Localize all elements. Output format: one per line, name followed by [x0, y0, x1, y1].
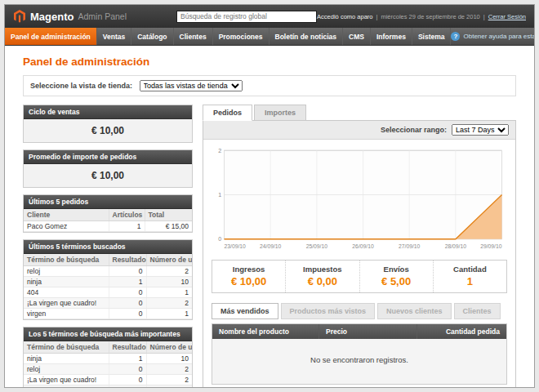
table-body: reloj02ninja11040401¡La virgen que cuadr… — [24, 266, 192, 319]
table-cell: 404 — [24, 385, 109, 389]
chart-area: 01223/09/1024/09/1025/09/1026/09/1027/09… — [203, 140, 515, 252]
table-cell: ¡La virgen que cuadro! — [24, 298, 109, 309]
table-cell: 1 — [146, 385, 192, 389]
tab-new-customers[interactable]: Nuevos clientes — [377, 303, 452, 319]
table-body: Paco Gomez1€ 15,00 — [24, 221, 192, 232]
nav-item-cms[interactable]: CMS — [343, 28, 371, 45]
nav-item-reports[interactable]: Informes — [371, 28, 412, 45]
svg-text:29/09/10: 29/09/10 — [480, 243, 502, 249]
svg-text:27/09/10: 27/09/10 — [399, 243, 421, 249]
column-header[interactable]: Nombre del producto — [212, 324, 318, 339]
column-header[interactable]: Precio — [318, 324, 416, 339]
nav-item-sales[interactable]: Ventas — [97, 28, 131, 45]
tab-amounts[interactable]: Importes — [254, 105, 306, 121]
svg-text:25/09/10: 25/09/10 — [306, 243, 328, 249]
table-row: reloj02 — [24, 364, 192, 375]
help-link[interactable]: Obtener ayuda para esta página — [463, 33, 535, 40]
nav-item-customers[interactable]: Clientes — [174, 28, 213, 45]
global-search-input[interactable] — [176, 11, 317, 23]
stat-tax: Impuestos € 0,00 — [286, 261, 359, 292]
lifetime-sales-widget: Ciclo de ventas € 10,00 — [23, 105, 193, 143]
range-bar: Seleccionar rango: Last 7 Days — [203, 121, 515, 140]
page-title: Panel de administración — [23, 56, 516, 68]
table-cell: Paco Gomez — [24, 221, 109, 232]
table-row: Paco Gomez1€ 15,00 — [24, 221, 192, 232]
sidebar-column: Ciclo de ventas € 10,00 Promedio de impo… — [23, 105, 193, 388]
svg-text:24/09/10: 24/09/10 — [260, 243, 282, 249]
column-header[interactable]: Resultados — [109, 254, 146, 266]
current-date: miércoles 29 de septiembre de 2010 — [381, 13, 479, 20]
separator: | — [376, 13, 377, 20]
stats-row: Ingresos € 10,00 Impuestos € 0,00 Envíos… — [212, 260, 507, 293]
svg-text:1: 1 — [218, 192, 221, 198]
table-cell: 2 — [146, 298, 192, 309]
table-cell: 0 — [109, 266, 146, 277]
table-row: 40401 — [24, 385, 192, 389]
tab-customers[interactable]: Clientes — [454, 303, 501, 319]
tab-orders[interactable]: Pedidos — [203, 105, 252, 121]
logout-link[interactable]: Cerrar Sesión — [488, 13, 526, 20]
table-cell: ninja — [24, 277, 109, 287]
average-orders-widget: Promedio de importe de pedidos € 10,00 — [23, 149, 193, 188]
stat-quantity: Cantidad 1 — [434, 261, 506, 292]
widget-title: Ciclo de ventas — [24, 105, 192, 119]
table-cell: 1 — [146, 287, 192, 298]
top-header: Magento Admin Panel Accedió como aparo |… — [5, 5, 534, 28]
svg-text:28/09/10: 28/09/10 — [445, 243, 467, 249]
table-cell: 10 — [146, 354, 192, 364]
table-cell: 1 — [109, 354, 146, 364]
stat-label: Impuestos — [289, 265, 355, 274]
column-header[interactable]: Total — [145, 209, 192, 221]
column-header[interactable]: Artículos — [109, 209, 145, 221]
table-cell: 0 — [109, 309, 146, 319]
range-label: Seleccionar rango: — [381, 126, 447, 134]
nav-item-newsletter[interactable]: Boletín de noticias — [270, 28, 344, 45]
logo-text: Magento — [30, 11, 74, 23]
table-cell: reloj — [24, 266, 109, 277]
help-icon: ? — [451, 32, 460, 41]
top-search-widget: Los 5 términos de búsqueda más important… — [23, 327, 193, 388]
table-body: ninja110reloj02¡La virgen que cuadro!024… — [24, 354, 192, 389]
nav-item-system[interactable]: Sistema — [412, 28, 452, 45]
magento-logo-icon — [13, 10, 26, 23]
column-header[interactable]: Número de usos — [146, 341, 192, 354]
column-header[interactable]: Término de búsqueda — [24, 254, 109, 266]
nav-list: Panel de administración Ventas Catálogo … — [5, 28, 451, 45]
magento-logo[interactable]: Magento Admin Panel — [13, 10, 176, 23]
table-cell: 0 — [109, 287, 146, 298]
column-header[interactable]: Cantidad pedida — [416, 324, 506, 339]
store-view-select[interactable]: Todas las vistas de tienda — [140, 80, 243, 91]
store-view-label: Seleccione la vista de tienda: — [30, 82, 132, 90]
widget-title: Los 5 términos de búsqueda más important… — [24, 327, 192, 341]
tab-most-viewed[interactable]: Productos más vistos — [281, 303, 376, 319]
table-cell: 404 — [24, 287, 109, 298]
column-header[interactable]: Cliente — [24, 209, 109, 221]
table-header-row: Cliente Artículos Total — [24, 209, 192, 221]
column-header[interactable]: Resultados — [109, 341, 146, 354]
empty-records-message: No se encontraron registros. — [212, 339, 506, 384]
chart-tabs: Pedidos Importes — [203, 105, 516, 120]
nav-item-catalog[interactable]: Catálogo — [131, 28, 173, 45]
table-row: 40401 — [24, 287, 192, 298]
nav-item-promotions[interactable]: Promociones — [213, 28, 270, 45]
range-select[interactable]: Last 7 Days — [452, 124, 509, 136]
table-row: ¡La virgen que cuadro!02 — [24, 375, 192, 385]
stat-label: Cantidad — [437, 265, 503, 274]
tab-bestsellers[interactable]: Más vendidos — [212, 303, 278, 319]
table-row: virgen01 — [24, 309, 192, 319]
stat-label: Ingresos — [216, 265, 282, 274]
stat-label: Envíos — [363, 265, 430, 274]
svg-text:23/09/10: 23/09/10 — [225, 243, 247, 249]
product-tabs: Más vendidos Productos más vistos Nuevos… — [212, 303, 507, 319]
table-cell: 2 — [146, 266, 192, 277]
svg-text:2: 2 — [218, 148, 221, 154]
products-table-header: Nombre del producto Precio Cantidad pedi… — [212, 324, 506, 339]
table-cell: 0 — [109, 385, 146, 389]
column-header[interactable]: Término de búsqueda — [24, 341, 109, 354]
table-header-row: Término de búsqueda Resultados Número de… — [24, 254, 192, 266]
page-content: Panel de administración Seleccione la vi… — [5, 46, 534, 388]
column-header[interactable]: Número de usos — [146, 254, 192, 266]
stat-shipping: Envíos € 5,00 — [360, 261, 434, 292]
table-cell: € 15,00 — [145, 221, 192, 232]
nav-item-dashboard[interactable]: Panel de administración — [5, 28, 97, 45]
